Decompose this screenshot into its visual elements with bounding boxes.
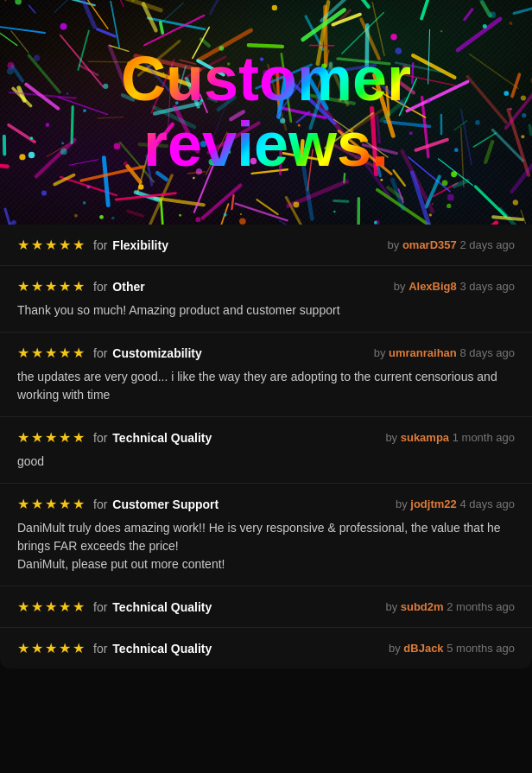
star-rating: ★★★★★ xyxy=(17,345,85,361)
by-label: by xyxy=(385,431,400,444)
star-icon: ★ xyxy=(17,599,29,615)
star-icon: ★ xyxy=(45,345,57,361)
review-header: ★★★★★ for Technical Quality by subd2m 2 … xyxy=(17,599,515,615)
review-meta: by subd2m 2 months ago xyxy=(385,600,515,613)
review-header: ★★★★★ for Technical Quality by dBJack 5 … xyxy=(17,640,515,656)
for-label: for xyxy=(93,431,107,445)
star-icon: ★ xyxy=(59,345,71,361)
star-icon: ★ xyxy=(73,345,85,361)
review-left: ★★★★★ for Other xyxy=(17,278,145,295)
review-row: ★★★★★ for Technical Quality by dBJack 5 … xyxy=(0,628,532,668)
star-icon: ★ xyxy=(17,429,29,446)
hero-section: Customerreviews. xyxy=(0,0,532,225)
review-body: the updates are very good... i like the … xyxy=(17,368,515,404)
star-icon: ★ xyxy=(31,345,43,361)
reviewer-name: omarD357 xyxy=(402,238,457,251)
time-ago: 4 days ago xyxy=(459,497,515,510)
star-icon: ★ xyxy=(17,278,29,295)
reviewer-name: jodjtm22 xyxy=(410,497,456,510)
review-row: ★★★★★ for Technical Quality by sukampa 1… xyxy=(0,417,532,484)
review-row: ★★★★★ for Customizability by umranraihan… xyxy=(0,333,532,417)
reviewer-name: dBJack xyxy=(403,642,443,655)
time-ago: 5 months ago xyxy=(446,642,515,655)
review-body: Thank you so much! Amazing product and c… xyxy=(17,301,515,320)
reviewer-name: umranraihan xyxy=(389,346,457,359)
star-icon: ★ xyxy=(59,429,71,446)
star-icon: ★ xyxy=(45,429,57,446)
star-icon: ★ xyxy=(73,640,85,656)
reviewer-name: subd2m xyxy=(401,600,444,613)
star-icon: ★ xyxy=(59,237,71,253)
review-meta: by dBJack 5 months ago xyxy=(389,642,515,655)
by-label: by xyxy=(385,600,400,613)
review-row: ★★★★★ for Flexibility by omarD357 2 days… xyxy=(0,225,532,266)
star-icon: ★ xyxy=(45,237,57,253)
star-icon: ★ xyxy=(73,429,85,446)
by-label: by xyxy=(388,238,402,251)
star-rating: ★★★★★ xyxy=(17,237,85,253)
for-label: for xyxy=(93,238,107,252)
review-header: ★★★★★ for Customizability by umranraihan… xyxy=(17,345,515,361)
review-category: Flexibility xyxy=(112,238,168,252)
review-header: ★★★★★ for Technical Quality by sukampa 1… xyxy=(17,429,515,446)
by-label: by xyxy=(396,497,410,510)
star-icon: ★ xyxy=(31,599,43,615)
review-meta: by AlexBig8 3 days ago xyxy=(394,280,515,293)
star-icon: ★ xyxy=(73,278,85,295)
star-icon: ★ xyxy=(45,278,57,295)
star-icon: ★ xyxy=(17,345,29,361)
star-rating: ★★★★★ xyxy=(17,429,85,446)
star-icon: ★ xyxy=(59,640,71,656)
review-category: Technical Quality xyxy=(112,600,212,614)
by-label: by xyxy=(389,642,403,655)
review-meta: by jodjtm22 4 days ago xyxy=(396,497,515,510)
star-icon: ★ xyxy=(17,640,29,656)
star-icon: ★ xyxy=(45,599,57,615)
review-meta: by sukampa 1 month ago xyxy=(385,431,515,444)
time-ago: 8 days ago xyxy=(459,346,515,359)
time-ago: 1 month ago xyxy=(453,431,515,444)
hero-title: Customerreviews. xyxy=(121,47,411,177)
by-label: by xyxy=(374,346,389,359)
star-icon: ★ xyxy=(17,496,29,512)
reviewer-name: sukampa xyxy=(401,431,449,444)
star-icon: ★ xyxy=(73,599,85,615)
review-body: good xyxy=(17,453,515,471)
review-left: ★★★★★ for Technical Quality xyxy=(17,599,212,615)
review-meta: by umranraihan 8 days ago xyxy=(374,346,515,359)
star-icon: ★ xyxy=(59,278,71,295)
review-body: DaniMult truly does amazing work!! He is… xyxy=(17,519,515,573)
review-left: ★★★★★ for Flexibility xyxy=(17,237,168,253)
review-category: Customizability xyxy=(112,346,201,360)
review-left: ★★★★★ for Technical Quality xyxy=(17,429,212,446)
review-row: ★★★★★ for Technical Quality by subd2m 2 … xyxy=(0,586,532,628)
for-label: for xyxy=(93,346,107,360)
time-ago: 3 days ago xyxy=(459,280,515,293)
star-icon: ★ xyxy=(73,496,85,512)
star-rating: ★★★★★ xyxy=(17,640,85,656)
for-label: for xyxy=(93,600,107,614)
reviews-list: ★★★★★ for Flexibility by omarD357 2 days… xyxy=(0,225,532,668)
star-icon: ★ xyxy=(31,640,43,656)
star-rating: ★★★★★ xyxy=(17,496,85,512)
review-row: ★★★★★ for Other by AlexBig8 3 days ago T… xyxy=(0,266,532,333)
review-row: ★★★★★ for Customer Support by jodjtm22 4… xyxy=(0,484,532,586)
review-header: ★★★★★ for Other by AlexBig8 3 days ago xyxy=(17,278,515,295)
star-icon: ★ xyxy=(45,496,57,512)
star-icon: ★ xyxy=(45,640,57,656)
review-category: Technical Quality xyxy=(112,431,212,445)
review-meta: by omarD357 2 days ago xyxy=(388,238,515,251)
for-label: for xyxy=(93,642,107,656)
star-icon: ★ xyxy=(73,237,85,253)
review-left: ★★★★★ for Customer Support xyxy=(17,496,218,512)
star-icon: ★ xyxy=(31,278,43,295)
star-rating: ★★★★★ xyxy=(17,278,85,295)
reviewer-name: AlexBig8 xyxy=(408,280,457,293)
star-rating: ★★★★★ xyxy=(17,599,85,615)
review-left: ★★★★★ for Customizability xyxy=(17,345,202,361)
star-icon: ★ xyxy=(59,496,71,512)
review-header: ★★★★★ for Flexibility by omarD357 2 days… xyxy=(17,237,515,253)
for-label: for xyxy=(93,280,107,294)
for-label: for xyxy=(93,497,107,511)
review-category: Technical Quality xyxy=(112,642,212,656)
